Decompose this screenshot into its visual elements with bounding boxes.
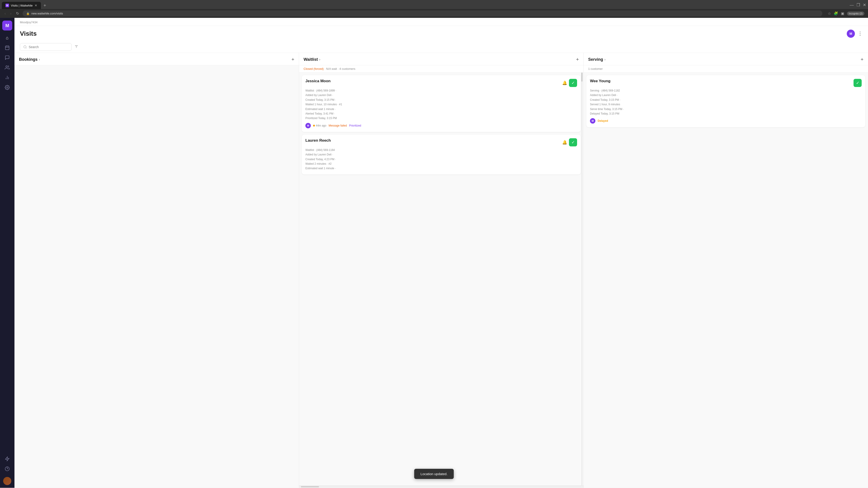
waitlist-status: Closed (forced)	[304, 67, 324, 70]
waitlist-column-title[interactable]: Waitlist ›	[304, 57, 320, 62]
jessica-moon-name: Jessica Moon	[305, 79, 331, 84]
serving-column: Serving › + 1 customer Wee Young ✓	[584, 53, 868, 488]
close-window-btn[interactable]: ✕	[863, 2, 866, 7]
jessica-moon-time: 44m ago	[313, 124, 327, 127]
tab-bar: W Visits | Waitwhile ✕ + — ❐ ✕	[0, 0, 868, 9]
svg-rect-0	[5, 46, 9, 50]
sidebar-item-settings[interactable]	[3, 83, 12, 92]
browser-chrome: W Visits | Waitwhile ✕ + — ❐ ✕ ‹ › ↻ 🔒 n…	[0, 0, 868, 18]
jessica-moon-footer: M 44m ago Message failed Prioritized	[305, 123, 577, 128]
filter-btn[interactable]	[74, 44, 79, 50]
serving-customer-count: 1 customer	[588, 67, 602, 70]
jessica-moon-time-dot	[313, 125, 315, 127]
sidebar-item-help[interactable]	[3, 464, 12, 473]
sidebar-item-analytics[interactable]	[3, 73, 12, 82]
toast-notification: Location updated.	[414, 469, 454, 479]
active-tab[interactable]: W Visits | Waitwhile ✕	[2, 2, 41, 9]
bookings-column-header: Bookings › +	[14, 53, 299, 65]
tab-close-btn[interactable]: ✕	[35, 4, 37, 7]
waitlist-subheader: Closed (forced) · N/A wait · 4 customers	[299, 65, 583, 72]
serving-column-title[interactable]: Serving ›	[588, 57, 606, 62]
serving-column-content[interactable]: Wee Young ✓ Serving · (484) 569-1182 Add…	[584, 72, 868, 488]
jessica-moon-tag-failed[interactable]: Message failed	[329, 124, 347, 127]
lauren-reech-bell-btn[interactable]: 🔔	[562, 140, 567, 145]
svg-line-13	[26, 48, 26, 48]
back-btn[interactable]: ‹	[4, 11, 6, 17]
url-bar[interactable]: 🔒 new.waitwhile.com/visits	[23, 10, 822, 17]
lauren-reech-check-btn[interactable]: ✓	[569, 138, 577, 147]
browser-actions: ☆ 🧩 ▣ Incognito (2)	[828, 11, 864, 15]
new-tab-btn[interactable]: +	[42, 2, 48, 9]
lauren-reech-card[interactable]: Lauren Reech 🔔 ✓ Waitlist · (484) 569-11…	[302, 135, 581, 174]
search-icon	[23, 45, 27, 49]
sidebar-item-chat[interactable]	[3, 53, 12, 62]
serving-column-header: Serving › +	[584, 53, 868, 65]
jessica-moon-card[interactable]: Jessica Moon 🔔 ✓ Waitlist · (484) 569-18…	[302, 75, 581, 132]
jessica-moon-actions: 🔔 ✓	[562, 79, 577, 87]
sidebar: M ⌂	[0, 18, 14, 488]
jessica-moon-card-header: Jessica Moon 🔔 ✓	[305, 79, 577, 87]
header-user-avatar[interactable]: M	[847, 30, 855, 38]
tab-label: Visits | Waitwhile	[11, 4, 33, 7]
sidebar-user-avatar[interactable]	[3, 477, 11, 485]
tab-favicon: W	[5, 4, 9, 7]
app-header: Moodjoy7434	[14, 18, 868, 26]
sidebar-item-users[interactable]	[3, 63, 12, 72]
waitlist-arrow-icon: ›	[319, 58, 320, 61]
wee-young-card-header: Wee Young ✓	[590, 79, 862, 87]
incognito-badge: Incognito (2)	[847, 11, 864, 15]
minimize-btn[interactable]: —	[850, 2, 854, 7]
search-input[interactable]	[29, 45, 68, 49]
jessica-moon-check-btn[interactable]: ✓	[569, 79, 577, 87]
bookings-arrow-icon: ›	[39, 58, 40, 61]
svg-point-10	[5, 467, 9, 471]
app: M ⌂ Moodjoy7434	[0, 18, 868, 488]
h-scrollbar[interactable]	[299, 486, 583, 488]
svg-point-4	[6, 66, 7, 67]
toast-message: Location updated.	[421, 472, 447, 476]
sidebar-logo[interactable]: M	[2, 21, 12, 31]
lauren-reech-name: Lauren Reech	[305, 138, 331, 143]
jessica-moon-bell-btn[interactable]: 🔔	[562, 80, 567, 86]
svg-point-12	[24, 46, 26, 48]
search-wrap	[20, 43, 72, 51]
header-more-btn[interactable]: ⋮	[858, 31, 863, 37]
h-scrollbar-thumb	[301, 486, 319, 487]
scroll-thumb	[581, 72, 583, 82]
page-header: Visits M ⋮	[14, 26, 868, 41]
org-name: Moodjoy7434	[20, 21, 37, 24]
bookings-column: Bookings › +	[14, 53, 299, 488]
main-content: Moodjoy7434 Visits M ⋮	[14, 18, 868, 488]
wee-young-actions: ✓	[854, 79, 862, 87]
svg-point-8	[6, 87, 8, 88]
scroll-track	[581, 72, 583, 486]
wee-young-card[interactable]: Wee Young ✓ Serving · (484) 569-1182 Add…	[586, 75, 865, 127]
lock-icon: 🔒	[26, 12, 30, 15]
waitlist-column: Waitlist › + Closed (forced) · N/A wait …	[299, 53, 584, 488]
jessica-moon-details: Waitlist · (484) 569-1899 · Added by Lau…	[305, 88, 577, 121]
lauren-reech-actions: 🔔 ✓	[562, 138, 577, 147]
extension-btn[interactable]: 🧩	[834, 11, 838, 15]
bookings-column-title[interactable]: Bookings ›	[19, 57, 40, 62]
jessica-moon-tag-prioritized[interactable]: Prioritized	[349, 124, 361, 127]
address-bar: ‹ › ↻ 🔒 new.waitwhile.com/visits ☆ 🧩 ▣ I…	[0, 9, 868, 18]
restore-btn[interactable]: ❐	[857, 2, 860, 7]
waitlist-column-header: Waitlist › +	[299, 53, 583, 65]
header-actions: M ⋮	[847, 30, 863, 38]
bookings-column-content	[14, 65, 299, 488]
search-bar	[14, 41, 868, 53]
svg-marker-9	[5, 457, 9, 461]
wee-young-details: Serving · (484) 569-1182 Added by Lauren…	[590, 88, 862, 116]
forward-btn[interactable]: ›	[9, 11, 12, 17]
sidebar-item-home[interactable]: ⌂	[3, 33, 12, 42]
serving-add-btn[interactable]: +	[861, 57, 864, 62]
wee-young-check-btn[interactable]: ✓	[854, 79, 862, 87]
sidebar-item-calendar[interactable]	[3, 43, 12, 52]
bookings-add-btn[interactable]: +	[291, 57, 294, 62]
waitlist-add-btn[interactable]: +	[576, 57, 579, 62]
split-btn[interactable]: ▣	[841, 11, 844, 15]
sidebar-item-lightning[interactable]	[3, 454, 12, 463]
bookmark-btn[interactable]: ☆	[828, 11, 831, 15]
waitlist-column-content[interactable]: Jessica Moon 🔔 ✓ Waitlist · (484) 569-18…	[299, 72, 583, 486]
reload-btn[interactable]: ↻	[15, 10, 20, 17]
